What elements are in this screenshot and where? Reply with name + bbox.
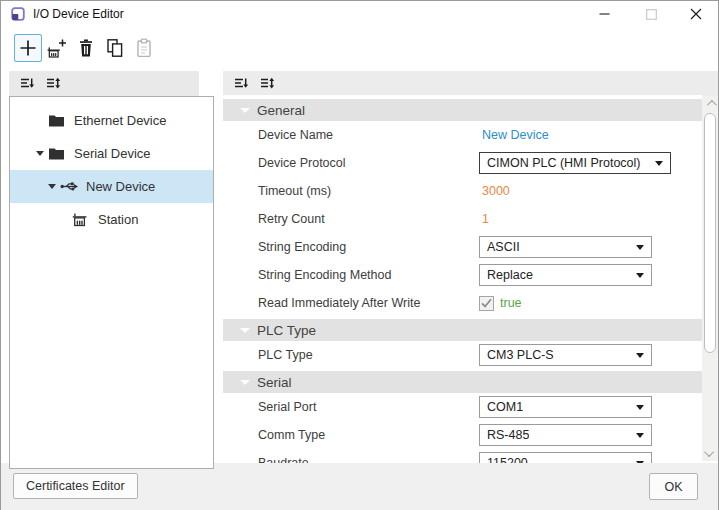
tree-item-label: Station <box>98 212 138 227</box>
section-title: Serial <box>257 375 292 390</box>
delete-button[interactable] <box>72 34 100 62</box>
string-encoding-method-row: String Encoding MethodReplace <box>223 261 702 289</box>
dropdown-arrow-icon <box>636 273 644 278</box>
vertical-scrollbar[interactable] <box>702 96 718 461</box>
section-collapse-icon <box>240 328 250 333</box>
string-encoding-dropdown[interactable]: ASCII <box>479 236 652 258</box>
device-protocol-value-cell: CIMON PLC (HMI Protocol) <box>479 149 671 177</box>
tree-icon-slot <box>48 146 74 161</box>
dropdown-arrow-icon <box>636 353 644 358</box>
dropdown-selected-value: CIMON PLC (HMI Protocol) <box>480 156 641 170</box>
prop-collapse-all-button[interactable] <box>232 75 249 92</box>
retry-count-value[interactable]: 1 <box>479 212 489 226</box>
window-title: I/O Device Editor <box>33 1 124 27</box>
folder-icon <box>48 146 65 161</box>
comm-type-row: Comm TypeRS-485 <box>223 421 702 449</box>
collapse-all-icon <box>19 76 35 91</box>
read-immediately-after-write-checkbox[interactable] <box>479 296 494 311</box>
serial-port-label: Serial Port <box>258 400 316 414</box>
add-station-button[interactable] <box>43 34 71 62</box>
dropdown-selected-value: Replace <box>480 268 533 282</box>
serial-port-row: Serial PortCOM1 <box>223 393 702 421</box>
serial-port-value-cell: COM1 <box>479 393 652 421</box>
retry-count-value-cell: 1 <box>479 205 489 233</box>
chevron-up-icon <box>706 100 716 110</box>
chevron-down-icon <box>704 447 714 457</box>
minimize-button[interactable] <box>589 1 619 27</box>
dropdown-selected-value: COM1 <box>480 400 523 414</box>
prop-expand-all-button[interactable] <box>258 75 275 92</box>
usb-device-icon <box>60 180 79 193</box>
tree-item-serial-device[interactable]: Serial Device <box>10 137 213 170</box>
comm-type-dropdown[interactable]: RS-485 <box>479 424 652 446</box>
io-device-editor-window: I/O Device Editor Ethernet DeviceSerial … <box>0 0 719 510</box>
device-protocol-dropdown[interactable]: CIMON PLC (HMI Protocol) <box>479 152 671 174</box>
app-icon <box>11 7 25 21</box>
close-button[interactable] <box>681 1 711 27</box>
maximize-button[interactable] <box>636 1 666 27</box>
tree-item-label: Ethernet Device <box>74 113 167 128</box>
tree-item-label: Serial Device <box>74 146 151 161</box>
dialog-footer: Certificates Editor OK <box>1 463 718 510</box>
tree-icon-slot <box>72 212 98 227</box>
dropdown-arrow-icon <box>636 245 644 250</box>
property-panel-toolbar <box>223 71 718 96</box>
string-encoding-method-dropdown[interactable]: Replace <box>479 264 652 286</box>
certificates-editor-button[interactable]: Certificates Editor <box>13 473 138 499</box>
scrollbar-up-button[interactable] <box>702 96 718 111</box>
tree-item-ethernet-device[interactable]: Ethernet Device <box>10 104 213 137</box>
folder-icon <box>48 113 65 128</box>
scrollbar-down-button[interactable] <box>702 446 718 461</box>
device-tree: Ethernet DeviceSerial DeviceNew DeviceSt… <box>9 96 214 469</box>
plc-type-label: PLC Type <box>258 348 313 362</box>
toolbar <box>1 31 718 67</box>
string-encoding-method-value-cell: Replace <box>479 261 652 289</box>
device-name-value-cell: New Device <box>479 121 549 149</box>
dropdown-selected-value: CM3 PLC-S <box>480 348 554 362</box>
paste-button[interactable] <box>130 34 158 62</box>
tree-item-new-device[interactable]: New Device <box>10 170 213 203</box>
add-device-icon <box>18 38 38 58</box>
delete-icon <box>76 38 96 58</box>
dropdown-arrow-icon <box>655 161 663 166</box>
paste-icon <box>134 38 154 58</box>
read-immediately-after-write-label: Read Immediately After Write <box>258 296 420 310</box>
collapse-all-icon <box>233 76 249 91</box>
serial-port-dropdown[interactable]: COM1 <box>479 396 652 418</box>
baudrate-label: Baudrate <box>258 456 309 463</box>
expander-arrow-icon[interactable] <box>32 151 48 156</box>
tree-item-station[interactable]: Station <box>10 203 213 236</box>
retry-count-row: Retry Count1 <box>223 205 702 233</box>
plc-type-value-cell: CM3 PLC-S <box>479 341 652 369</box>
dropdown-selected-value: RS-485 <box>480 428 529 442</box>
tree-expand-all-button[interactable] <box>44 75 61 92</box>
section-header-general[interactable]: General <box>223 99 702 121</box>
device-tree-toolbar <box>9 71 199 96</box>
read-immediately-after-write-value: true <box>500 296 522 310</box>
comm-type-label: Comm Type <box>258 428 325 442</box>
device-name-row: Device NameNew Device <box>223 121 702 149</box>
device-name-value[interactable]: New Device <box>479 128 549 142</box>
timeout-ms-value[interactable]: 3000 <box>479 184 510 198</box>
section-header-plc-type[interactable]: PLC Type <box>223 319 702 341</box>
plc-type-dropdown[interactable]: CM3 PLC-S <box>479 344 652 366</box>
read-immediately-after-write-row: Read Immediately After Writetrue <box>223 289 702 317</box>
add-device-button[interactable] <box>14 34 42 62</box>
section-collapse-icon <box>240 380 250 385</box>
add-station-icon <box>47 38 67 58</box>
tree-item-label: New Device <box>86 179 155 194</box>
expander-arrow-icon[interactable] <box>44 184 60 189</box>
tree-collapse-all-button[interactable] <box>18 75 35 92</box>
device-protocol-row: Device ProtocolCIMON PLC (HMI Protocol) <box>223 149 702 177</box>
scrollbar-thumb[interactable] <box>704 113 716 353</box>
close-icon <box>690 8 702 20</box>
baudrate-dropdown[interactable]: 115200 <box>479 452 652 463</box>
ok-button[interactable]: OK <box>649 473 698 500</box>
section-header-serial[interactable]: Serial <box>223 371 702 393</box>
copy-button[interactable] <box>101 34 129 62</box>
station-icon <box>72 212 89 227</box>
expand-all-icon <box>45 76 61 91</box>
timeout-ms-row: Timeout (ms)3000 <box>223 177 702 205</box>
tree-icon-slot <box>60 180 86 193</box>
dropdown-selected-value: 115200 <box>480 456 528 463</box>
